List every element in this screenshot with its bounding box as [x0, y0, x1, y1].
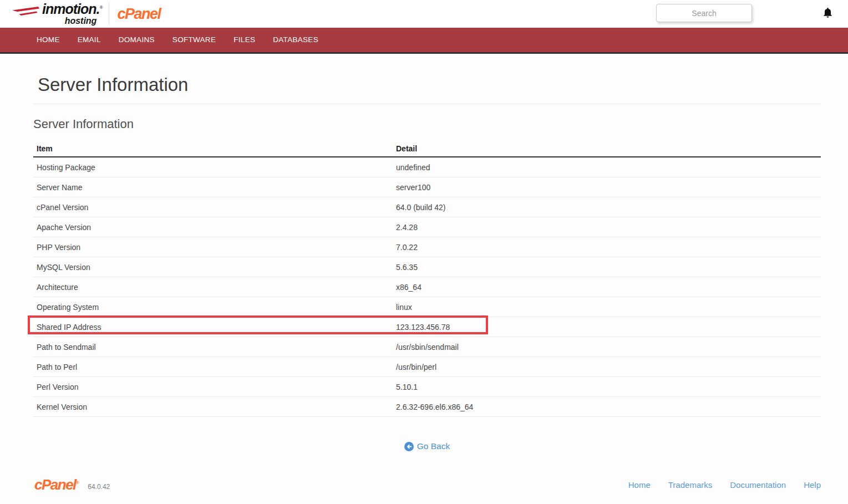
inmotion-logo-text: inmotion.®: [42, 2, 102, 16]
detail-cell: 2.4.28: [396, 223, 821, 232]
table-row: cPanel Version 64.0 (build 42): [33, 197, 821, 217]
footer-link[interactable]: Home: [628, 480, 651, 490]
page-title: Server Information: [33, 54, 821, 104]
page-footer: cPanel® 64.0.42 Home Trademarks Document…: [34, 477, 821, 501]
detail-cell: 5.10.1: [396, 383, 821, 391]
main-content: Server Information Server Information It…: [33, 54, 821, 451]
detail-cell: linux: [396, 303, 821, 312]
registered-mark: ®: [76, 480, 78, 485]
table-row: Architecture x86_64: [33, 277, 821, 297]
item-cell: Hosting Package: [33, 163, 396, 172]
table-row: Perl Version 5.10.1: [33, 377, 821, 397]
table-row: Shared IP Address 123.123.456.78: [33, 317, 821, 337]
footer-link[interactable]: Trademarks: [668, 480, 712, 490]
inmotion-hosting-logo[interactable]: inmotion.® hosting: [12, 2, 102, 26]
cpanel-footer-logo: cPanel®: [34, 477, 78, 492]
go-back-link[interactable]: Go Back: [404, 441, 450, 451]
item-cell: cPanel Version: [33, 203, 396, 212]
go-back-label: Go Back: [417, 441, 450, 451]
item-cell: Server Name: [33, 183, 396, 192]
registered-mark: ®: [99, 5, 102, 10]
main-nav: HOME EMAIL DOMAINS SOFTWARE FILES DATABA…: [0, 28, 848, 54]
footer-links: Home Trademarks Documentation Help: [628, 480, 821, 490]
table-row: Apache Version 2.4.28: [33, 217, 821, 237]
go-back-container: Go Back: [33, 441, 821, 451]
detail-cell: 5.6.35: [396, 263, 821, 272]
logo-divider: [109, 3, 109, 25]
detail-cell: x86_64: [396, 283, 821, 292]
item-cell: Perl Version: [33, 383, 396, 391]
footer-link[interactable]: Help: [804, 480, 821, 490]
detail-cell: /usr/sbin/sendmail: [396, 343, 821, 352]
section-title: Server Information: [33, 117, 821, 131]
column-header-detail: Detail: [396, 144, 821, 153]
inmotion-logo-subtext: hosting: [42, 17, 102, 26]
table-row: Server Name server100: [33, 177, 821, 197]
table-row: PHP Version 7.0.22: [33, 237, 821, 257]
detail-cell: 123.123.456.78: [396, 323, 821, 332]
item-cell: Architecture: [33, 283, 396, 292]
cpanel-logo[interactable]: cPanel: [117, 6, 160, 23]
item-cell: PHP Version: [33, 243, 396, 252]
server-info-table: Item Detail Hosting Package undefined Se…: [33, 141, 821, 417]
nav-item[interactable]: DATABASES: [265, 28, 327, 52]
detail-cell: 2.6.32-696.el6.x86_64: [396, 403, 821, 411]
table-row: Path to Sendmail /usr/sbin/sendmail: [33, 337, 821, 357]
search-input[interactable]: [656, 4, 752, 22]
item-cell: MySQL Version: [33, 263, 396, 272]
circle-arrow-left-icon: [404, 442, 414, 451]
table-header-row: Item Detail: [33, 141, 821, 157]
item-cell: Operating System: [33, 303, 396, 312]
nav-item[interactable]: HOME: [28, 28, 68, 52]
detail-cell: undefined: [396, 163, 821, 172]
notification-bell-icon[interactable]: [822, 7, 833, 21]
detail-cell: 7.0.22: [396, 243, 821, 252]
item-cell: Apache Version: [33, 223, 396, 232]
item-cell: Kernel Version: [33, 403, 396, 411]
cpanel-version: 64.0.42: [88, 483, 110, 491]
nav-item[interactable]: DOMAINS: [110, 28, 163, 52]
nav-item[interactable]: EMAIL: [69, 28, 109, 52]
table-row: Kernel Version 2.6.32-696.el6.x86_64: [33, 397, 821, 417]
footer-link[interactable]: Documentation: [730, 480, 786, 490]
table-row: MySQL Version 5.6.35: [33, 257, 821, 277]
table-row: Operating System linux: [33, 297, 821, 317]
table-row: Hosting Package undefined: [33, 157, 821, 177]
item-cell: Shared IP Address: [33, 323, 396, 332]
item-cell: Path to Sendmail: [33, 343, 396, 352]
title-divider: [33, 104, 821, 104]
table-row: Path to Perl /usr/bin/perl: [33, 357, 821, 377]
column-header-item: Item: [33, 144, 396, 153]
table-body: Hosting Package undefined Server Name se…: [33, 157, 821, 417]
top-header: inmotion.® hosting cPanel: [0, 0, 848, 28]
detail-cell: 64.0 (build 42): [396, 203, 821, 212]
detail-cell: /usr/bin/perl: [396, 363, 821, 371]
nav-item[interactable]: SOFTWARE: [164, 28, 224, 52]
inmotion-swoosh-icon: [12, 5, 40, 17]
nav-item[interactable]: FILES: [225, 28, 263, 52]
detail-cell: server100: [396, 183, 821, 192]
item-cell: Path to Perl: [33, 363, 396, 371]
